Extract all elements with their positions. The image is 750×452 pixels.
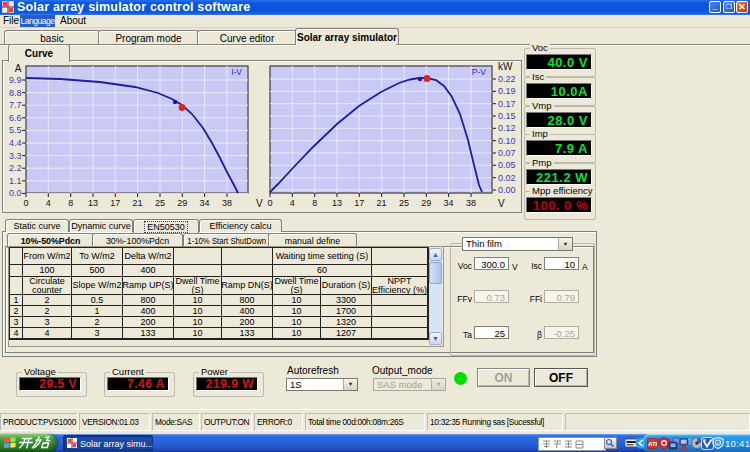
svg-text:29: 29 bbox=[421, 198, 431, 208]
svg-text:38: 38 bbox=[466, 198, 476, 208]
svg-text:4.4: 4.4 bbox=[9, 138, 22, 148]
svg-text:0.0: 0.0 bbox=[9, 188, 22, 198]
svg-text:25: 25 bbox=[155, 198, 165, 208]
svg-text:0.22: 0.22 bbox=[498, 74, 516, 84]
svg-text:1.1: 1.1 bbox=[9, 176, 22, 186]
svg-text:4: 4 bbox=[290, 198, 295, 208]
svg-text:P-V: P-V bbox=[472, 67, 487, 77]
svg-text:0.12: 0.12 bbox=[498, 123, 516, 133]
svg-text:13: 13 bbox=[88, 198, 98, 208]
svg-text:21: 21 bbox=[377, 198, 387, 208]
svg-text:17: 17 bbox=[354, 198, 364, 208]
svg-text:4: 4 bbox=[46, 198, 51, 208]
svg-text:0.00: 0.00 bbox=[498, 185, 516, 195]
svg-text:8: 8 bbox=[68, 198, 73, 208]
svg-text:0.19: 0.19 bbox=[498, 86, 516, 96]
svg-text:34: 34 bbox=[444, 198, 454, 208]
svg-text:0.10: 0.10 bbox=[498, 136, 516, 146]
svg-text:0.15: 0.15 bbox=[498, 111, 516, 121]
svg-text:5.5: 5.5 bbox=[9, 125, 22, 135]
svg-text:A: A bbox=[15, 63, 22, 74]
svg-text:V: V bbox=[256, 198, 263, 209]
svg-text:2.2: 2.2 bbox=[9, 163, 22, 173]
svg-text:17: 17 bbox=[110, 198, 120, 208]
svg-text:25: 25 bbox=[399, 198, 409, 208]
svg-text:7.7: 7.7 bbox=[9, 100, 22, 110]
svg-text:V: V bbox=[498, 198, 505, 209]
svg-text:ATI: ATI bbox=[648, 441, 657, 447]
svg-text:0: 0 bbox=[23, 198, 28, 208]
svg-text:34: 34 bbox=[200, 198, 210, 208]
svg-text:6.6: 6.6 bbox=[9, 113, 22, 123]
svg-text:38: 38 bbox=[222, 198, 232, 208]
svg-text:0: 0 bbox=[267, 198, 272, 208]
svg-text:kW: kW bbox=[498, 62, 513, 72]
svg-text:0.17: 0.17 bbox=[498, 99, 516, 109]
svg-text:3.3: 3.3 bbox=[9, 151, 22, 161]
svg-text:I-V: I-V bbox=[231, 67, 242, 77]
svg-text:21: 21 bbox=[133, 198, 143, 208]
svg-text:9.9: 9.9 bbox=[9, 75, 22, 85]
svg-text:0.07: 0.07 bbox=[498, 148, 516, 158]
svg-text:0.02: 0.02 bbox=[498, 173, 516, 183]
svg-text:13: 13 bbox=[332, 198, 342, 208]
svg-text:29: 29 bbox=[177, 198, 187, 208]
svg-text:8: 8 bbox=[312, 198, 317, 208]
svg-text:0.05: 0.05 bbox=[498, 160, 516, 170]
svg-text:8.8: 8.8 bbox=[9, 88, 22, 98]
